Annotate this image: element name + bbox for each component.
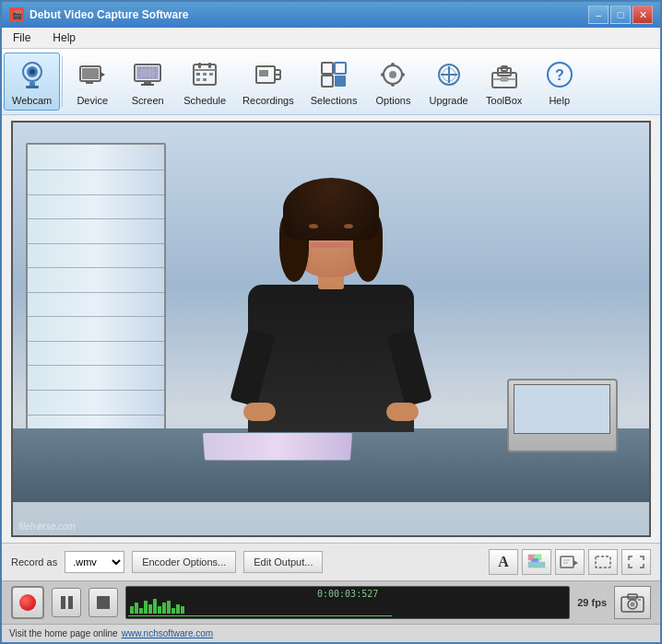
screen-label: Screen (132, 95, 164, 106)
device-label: Device (77, 95, 108, 106)
record-dot-icon (19, 594, 36, 611)
edit-output-button[interactable]: Edit Output... (243, 551, 323, 573)
laptop (507, 379, 618, 452)
svg-rect-6 (82, 68, 99, 79)
status-text: Visit the home page online (9, 628, 118, 638)
minimize-button[interactable]: – (588, 6, 609, 24)
options-label: Options (376, 95, 411, 106)
menu-bar: File Help (2, 28, 660, 49)
fps-display: 29 fps (577, 597, 607, 608)
svg-rect-61 (638, 599, 641, 601)
color-overlay-button[interactable] (522, 549, 551, 575)
svg-point-33 (391, 63, 395, 66)
toolbar-device[interactable]: Device (65, 53, 120, 111)
toolbar-webcam[interactable]: Webcam (4, 53, 60, 111)
selection-overlay-button[interactable] (588, 549, 618, 575)
toolbar-selections[interactable]: Selections (302, 53, 366, 111)
app-icon: 🎬 (9, 7, 24, 22)
video-preview: fileh⊕rse.com (11, 121, 651, 537)
toolbar-screen[interactable]: Screen (120, 53, 175, 111)
color-overlay-icon (527, 554, 546, 570)
toolbar-toolbox[interactable]: ToolBox (477, 53, 532, 111)
toolbar: Webcam Device (2, 49, 660, 115)
format-select[interactable]: .wmv .avi .mp4 .mov (65, 551, 124, 573)
device-icon (76, 58, 109, 91)
toolbox-icon (488, 58, 521, 91)
laptop-screen (514, 384, 609, 433)
svg-point-35 (381, 73, 384, 76)
svg-rect-16 (198, 63, 201, 68)
svg-rect-18 (196, 73, 200, 76)
webcam-icon (16, 58, 49, 91)
toolbar-schedule[interactable]: Schedule (175, 53, 234, 111)
stop-button[interactable] (89, 588, 118, 617)
fullscreen-overlay-button[interactable] (621, 549, 651, 575)
schedule-label: Schedule (183, 95, 226, 106)
timeline-progress-bar (128, 615, 392, 616)
menu-file[interactable]: File (6, 29, 38, 46)
svg-point-36 (401, 73, 405, 76)
svg-marker-53 (573, 560, 578, 566)
webcam-label: Webcam (12, 95, 52, 106)
fullscreen-overlay-icon (626, 554, 646, 570)
text-overlay-button[interactable]: A (489, 549, 518, 575)
audio-waveform (128, 599, 567, 614)
svg-rect-20 (209, 73, 213, 76)
video-overlay-button[interactable] (555, 549, 585, 575)
record-button[interactable] (11, 586, 44, 619)
pause-button[interactable] (52, 588, 81, 617)
video-scene: fileh⊕rse.com (13, 123, 649, 535)
pause-icon (61, 596, 73, 609)
options-icon (376, 58, 409, 91)
toolbar-upgrade[interactable]: Upgrade (420, 53, 476, 111)
timeline[interactable]: 0:00:03:527 (125, 586, 570, 619)
svg-rect-8 (86, 82, 93, 84)
svg-rect-26 (259, 70, 268, 76)
svg-rect-22 (203, 78, 207, 81)
svg-rect-27 (322, 63, 333, 74)
svg-rect-28 (335, 63, 346, 74)
book (203, 433, 352, 461)
video-overlay-icon (560, 554, 580, 570)
toolbar-options[interactable]: Options (365, 53, 420, 111)
svg-point-34 (391, 83, 395, 87)
toolbox-label: ToolBox (486, 95, 522, 106)
svg-rect-15 (194, 69, 216, 71)
svg-rect-12 (141, 84, 154, 86)
menu-help[interactable]: Help (45, 29, 83, 46)
svg-point-32 (389, 71, 396, 78)
status-bar: Visit the home page online www.nchsoftwa… (2, 624, 660, 642)
help-icon: ? (543, 58, 576, 91)
svg-rect-29 (322, 76, 333, 87)
watermark: fileh⊕rse.com (18, 521, 76, 532)
screen-icon (131, 58, 164, 91)
snapshot-button[interactable] (614, 586, 651, 619)
help-label: Help (549, 95, 570, 106)
selections-icon (317, 58, 350, 91)
svg-rect-17 (208, 63, 211, 68)
svg-marker-7 (100, 72, 105, 77)
svg-text:?: ? (555, 67, 564, 83)
svg-rect-19 (203, 73, 207, 76)
svg-point-2 (30, 69, 35, 75)
maximize-button[interactable]: □ (610, 6, 631, 24)
svg-rect-4 (26, 86, 39, 88)
controls-bar: 0:00:03:527 29 fps (2, 580, 660, 624)
window-left (26, 143, 166, 452)
svg-rect-21 (196, 78, 200, 81)
svg-rect-56 (596, 556, 610, 568)
timecode-display: 0:00:03:527 (128, 589, 567, 599)
svg-rect-30 (335, 76, 346, 87)
encoder-options-button[interactable]: Encoder Options... (132, 551, 236, 573)
close-button[interactable]: ✕ (632, 6, 653, 24)
toolbar-help[interactable]: ? Help (532, 53, 587, 111)
toolbar-recordings[interactable]: Recordings (234, 53, 302, 111)
status-url[interactable]: www.nchsoftware.com (122, 628, 213, 638)
text-overlay-icon: A (498, 554, 509, 570)
schedule-icon (188, 58, 221, 91)
svg-rect-45 (501, 77, 508, 81)
svg-rect-51 (528, 562, 545, 568)
recordings-icon (252, 58, 285, 91)
svg-rect-25 (275, 75, 280, 79)
window-title: Debut Video Capture Software (30, 8, 588, 21)
